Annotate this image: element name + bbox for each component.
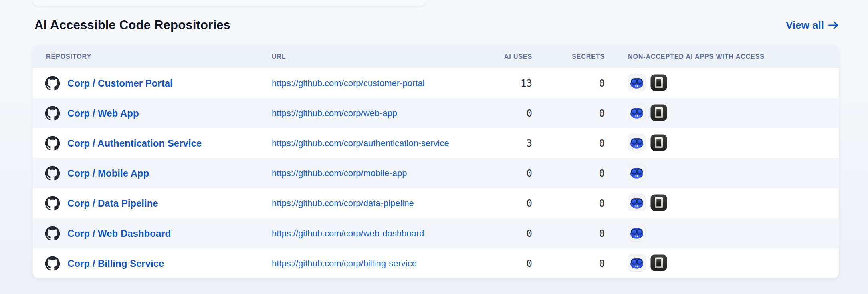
dark-panel-app-icon [650, 104, 667, 123]
table-row: Corp / Customer Portal https://github.co… [33, 68, 839, 98]
ai-apps-cell [605, 74, 839, 93]
repo-link[interactable]: Corp / Authentication Service [67, 138, 202, 149]
secrets-value: 0 [532, 198, 605, 209]
column-header-ai-uses: AI USES [473, 53, 532, 60]
ai-uses-value: 3 [473, 138, 532, 149]
repo-url-link[interactable]: https://github.com/corp/billing-service [272, 258, 417, 268]
dark-panel-app-icon [650, 134, 667, 153]
url-cell: https://github.com/corp/mobile-app [272, 168, 473, 179]
url-cell: https://github.com/corp/billing-service [272, 258, 473, 269]
table-body: Corp / Customer Portal https://github.co… [33, 68, 839, 278]
ai-apps-cell [605, 134, 839, 153]
table-row: Corp / Data Pipeline https://github.com/… [33, 188, 839, 218]
ai-uses-value: 0 [473, 168, 532, 179]
repository-cell: Corp / Billing Service [33, 256, 272, 271]
ai-uses-value: 0 [473, 228, 532, 239]
repository-cell: Corp / Customer Portal [33, 76, 272, 91]
repo-url-link[interactable]: https://github.com/corp/data-pipeline [272, 198, 414, 208]
ai-apps-cell [605, 254, 839, 273]
table-row: Corp / Web App https://github.com/corp/w… [33, 98, 839, 128]
repo-link[interactable]: Corp / Data Pipeline [67, 198, 158, 209]
repo-url-link[interactable]: https://github.com/corp/authentication-s… [272, 138, 449, 148]
blue-bot-app-icon [628, 194, 646, 213]
ai-apps-cell [605, 194, 839, 213]
table-row: Corp / Mobile App https://github.com/cor… [33, 158, 839, 188]
column-header-repository: REPOSITORY [33, 53, 272, 60]
repo-link[interactable]: Corp / Web Dashboard [67, 228, 171, 239]
secrets-value: 0 [532, 138, 605, 149]
blue-bot-app-icon [628, 164, 646, 183]
url-cell: https://github.com/corp/web-dashboard [272, 228, 473, 239]
github-icon [45, 136, 60, 151]
repository-cell: Corp / Web App [33, 106, 272, 121]
blue-bot-app-icon [628, 134, 646, 153]
view-all-label: View all [786, 19, 824, 32]
column-header-secrets: SECRETS [532, 53, 605, 60]
secrets-value: 0 [532, 108, 605, 119]
url-cell: https://github.com/corp/customer-portal [272, 78, 473, 89]
table-row: Corp / Web Dashboard https://github.com/… [33, 218, 839, 248]
secrets-value: 0 [532, 228, 605, 239]
url-cell: https://github.com/corp/web-app [272, 108, 473, 119]
github-icon [45, 76, 60, 91]
blue-bot-app-icon [628, 254, 646, 273]
table-header-row: REPOSITORY URL AI USES SECRETS NON-ACCEP… [33, 45, 839, 68]
repositories-table-card: REPOSITORY URL AI USES SECRETS NON-ACCEP… [33, 45, 839, 278]
section-title: AI Accessible Code Repositories [34, 18, 230, 32]
secrets-value: 0 [532, 78, 605, 89]
github-icon [45, 106, 60, 121]
github-icon [45, 166, 60, 181]
github-icon [45, 256, 60, 271]
github-icon [45, 196, 60, 211]
repo-url-link[interactable]: https://github.com/corp/web-dashboard [272, 228, 424, 238]
dark-panel-app-icon [650, 74, 667, 93]
previous-card-bottom-edge [33, 0, 426, 6]
url-cell: https://github.com/corp/authentication-s… [272, 138, 473, 149]
repo-link[interactable]: Corp / Customer Portal [67, 78, 173, 89]
blue-bot-app-icon [628, 104, 646, 123]
repo-link[interactable]: Corp / Mobile App [67, 168, 149, 179]
repository-cell: Corp / Authentication Service [33, 136, 272, 151]
arrow-right-icon [828, 21, 839, 30]
column-header-url: URL [272, 53, 473, 60]
repo-url-link[interactable]: https://github.com/corp/web-app [272, 108, 397, 118]
blue-bot-app-icon [628, 224, 646, 243]
repo-url-link[interactable]: https://github.com/corp/customer-portal [272, 78, 425, 88]
view-all-link[interactable]: View all [786, 19, 839, 32]
repo-url-link[interactable]: https://github.com/corp/mobile-app [272, 168, 407, 178]
ai-uses-value: 0 [473, 108, 532, 119]
repository-cell: Corp / Web Dashboard [33, 226, 272, 241]
github-icon [45, 226, 60, 241]
ai-apps-cell [605, 164, 839, 183]
table-row: Corp / Billing Service https://github.co… [33, 248, 839, 278]
ai-apps-cell [605, 104, 839, 123]
repo-link[interactable]: Corp / Billing Service [67, 258, 164, 269]
ai-uses-value: 0 [473, 198, 532, 209]
url-cell: https://github.com/corp/data-pipeline [272, 198, 473, 209]
secrets-value: 0 [532, 258, 605, 269]
column-header-non-accepted-ai-apps: NON-ACCEPTED AI APPS WITH ACCESS [605, 53, 839, 60]
blue-bot-app-icon [628, 74, 646, 93]
ai-uses-value: 13 [473, 78, 532, 89]
repo-link[interactable]: Corp / Web App [67, 108, 139, 119]
repository-cell: Corp / Mobile App [33, 166, 272, 181]
ai-uses-value: 0 [473, 258, 532, 269]
ai-apps-cell [605, 224, 839, 243]
repository-cell: Corp / Data Pipeline [33, 196, 272, 211]
table-row: Corp / Authentication Service https://gi… [33, 128, 839, 158]
section-header: AI Accessible Code Repositories View all [34, 14, 839, 37]
dark-panel-app-icon [650, 254, 667, 273]
dark-panel-app-icon [650, 194, 667, 213]
secrets-value: 0 [532, 168, 605, 179]
